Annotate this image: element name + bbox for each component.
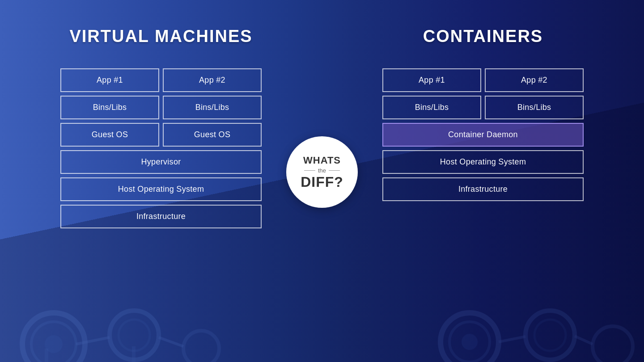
c-hostos: Host Operating System xyxy=(382,150,584,174)
c-app1: App #1 xyxy=(382,68,481,92)
c-daemon: Container Daemon xyxy=(382,123,584,147)
badge-the: the xyxy=(304,167,340,174)
vm-title: VIRTUAL MACHINES xyxy=(69,27,252,46)
vm-row-infra: Infrastructure xyxy=(60,205,262,228)
c-row-daemon: Container Daemon xyxy=(382,123,584,147)
container-section: CONTAINERS App #1 App #2 Bins/Libs Bins/… xyxy=(322,0,644,362)
c-bins1: Bins/Libs xyxy=(382,96,481,119)
container-title: CONTAINERS xyxy=(423,27,543,46)
c-bins2: Bins/Libs xyxy=(485,96,584,119)
c-infra: Infrastructure xyxy=(382,177,584,201)
c-app2: App #2 xyxy=(485,68,584,92)
badge-diff: DIFF? xyxy=(301,175,343,189)
vm-guestos2: Guest OS xyxy=(163,123,262,147)
vm-diagram: App #1 App #2 Bins/Libs Bins/Libs Guest … xyxy=(60,68,262,228)
vm-section: VIRTUAL MACHINES App #1 App #2 Bins/Libs… xyxy=(0,0,322,362)
container-diagram: App #1 App #2 Bins/Libs Bins/Libs Contai… xyxy=(382,68,584,201)
c-row-bins: Bins/Libs Bins/Libs xyxy=(382,96,584,119)
c-row-hostos: Host Operating System xyxy=(382,150,584,174)
vm-app1: App #1 xyxy=(60,68,159,92)
vm-row-bins: Bins/Libs Bins/Libs xyxy=(60,96,262,119)
vm-row-guestos: Guest OS Guest OS xyxy=(60,123,262,147)
vm-app2: App #2 xyxy=(163,68,262,92)
badge-whats: WHATS xyxy=(303,155,341,166)
c-row-apps: App #1 App #2 xyxy=(382,68,584,92)
vm-infra: Infrastructure xyxy=(60,205,262,228)
vm-row-apps: App #1 App #2 xyxy=(60,68,262,92)
vm-hypervisor: Hypervisor xyxy=(60,150,262,174)
vm-guestos1: Guest OS xyxy=(60,123,159,147)
vm-bins1: Bins/Libs xyxy=(60,96,159,119)
vm-row-hostos: Host Operating System xyxy=(60,177,262,201)
c-row-infra: Infrastructure xyxy=(382,177,584,201)
center-badge: WHATS the DIFF? xyxy=(286,136,358,208)
vm-hostos: Host Operating System xyxy=(60,177,262,201)
vm-row-hypervisor: Hypervisor xyxy=(60,150,262,174)
vm-bins2: Bins/Libs xyxy=(163,96,262,119)
